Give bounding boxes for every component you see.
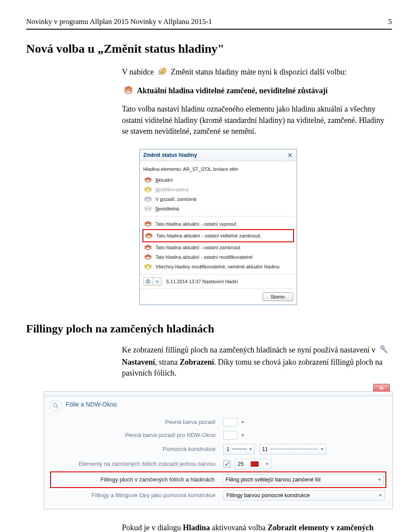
para4-mid: aktivovaná volba (210, 523, 267, 532)
chevron-down-icon[interactable] (153, 278, 162, 285)
layers-stack-icon (144, 254, 152, 261)
layer-icon (144, 186, 152, 193)
layer-icon (144, 176, 152, 183)
dialog-item-label: Tato hladina aktuální - ostatní viditeln… (156, 233, 261, 238)
panel-row-1: Pevná barva pozadí pro NDW-Okno ▾ (50, 429, 386, 442)
line-number-value: 1 (226, 446, 229, 452)
dialog-item-b1-highlight[interactable]: Tato hladina aktuální - ostatní viditeln… (144, 231, 292, 241)
color-swatch[interactable] (223, 418, 237, 427)
dialog-item-modif[interactable]: Modifikovatelná (143, 185, 293, 194)
layers-stack-icon (124, 85, 133, 98)
settings-panel: Fólie a NDW-Okno Pevná barva pozadí ▾ Pe… (44, 391, 393, 509)
para3-pre: Ke zobrazení fillingů ploch na zamčených… (122, 346, 378, 354)
dialog-item-label: Tato hladina aktuální - ostatní zamknout (155, 245, 240, 250)
dialog-item-label: Neviditelná (155, 206, 179, 211)
dialog-item-label: Tato hladina aktuální - ostatní modifiko… (155, 254, 253, 260)
svg-point-25 (381, 347, 383, 348)
filling-aux-select[interactable]: Fillingy barvou pomocné konstrukce▾ (223, 490, 384, 501)
dialog-item-aktualni[interactable]: Aktuální (143, 175, 293, 185)
para3-bold1: Nastavení (122, 358, 155, 366)
close-icon[interactable] (287, 152, 293, 158)
wrench-gear-icon (379, 344, 389, 357)
color-swatch[interactable] (223, 431, 237, 440)
layer-icon (144, 205, 152, 212)
dialog-item-nevid[interactable]: Neviditelná (143, 204, 293, 213)
intro-line-2-bold: Aktuální hladina viditelné zamčené, nevi… (137, 86, 328, 95)
panel-section-title: Fólie a NDW-Okno (66, 401, 117, 408)
dialog-item-b2[interactable]: Tato hladina aktuální - ostatní zamknout (143, 243, 293, 252)
cancel-button[interactable]: Storno (263, 292, 293, 301)
intro-line-1-post: Změnit status hladiny máte nyní k dispoz… (171, 68, 347, 76)
dialog-footer: 5.11.2014 13:37 Nastavení hladin (140, 274, 297, 288)
dialog-item-label: Všechny hladiny modifikovatelné, neměnit… (155, 264, 280, 269)
panel-row-2: Pomocná konstrukce 1▾ 11 ▾ (50, 442, 386, 457)
row-label: Pomocná konstrukce (52, 446, 223, 452)
dropdown-value: Fillingy barvou pomocné konstrukce (226, 492, 310, 498)
dialog-item-label: Modifikovatelná (155, 187, 189, 192)
svg-point-23 (146, 280, 150, 283)
intro-para-2: Tato volba nastaví hladinu označeného el… (122, 104, 392, 137)
panel-search-row: Fólie a NDW-Okno (50, 400, 386, 411)
dialog-title-text: Změnit status hladiny (143, 152, 197, 158)
layers-stack-icon (144, 220, 152, 227)
line-number-select[interactable]: 1▾ (223, 444, 255, 454)
intro-line-1: V nabídce Změnit status hladiny máte nyn… (122, 66, 392, 79)
row-label: Fillingy ploch v zamčených fóliích a hla… (53, 476, 222, 483)
heading-2: Fillingy ploch na zamčených hladinách (26, 322, 392, 335)
line-style-select[interactable]: 11 ▾ (259, 444, 326, 454)
search-icon[interactable] (50, 400, 61, 411)
header-rule (26, 29, 392, 30)
para-4: Pokud je v dialogu Hladina aktivovaná vo… (122, 522, 392, 532)
dialog-item-b3[interactable]: Tato hladina aktuální - ostatní modifiko… (143, 252, 293, 262)
row-label: Fillingy a fillingové čáry jako pomocná … (52, 492, 223, 498)
window-close-icon[interactable] (373, 384, 390, 393)
dialog-timestamp: 5.11.2014 13:37 Nastavení hladin (166, 279, 238, 284)
dialog-element-label: Hladina elementu: AR_ST_IZOL Izolace stě… (143, 166, 293, 172)
para3-mid: , strana (155, 358, 179, 366)
para4-b1: Hladina (183, 523, 210, 532)
panel-row-3: Elementy na zamčených fóliích zobrazit j… (50, 457, 386, 471)
row-label: Elementy na zamčených fóliích zobrazit j… (52, 461, 223, 467)
nav-back-button[interactable] (144, 278, 153, 285)
layers-stack-icon (144, 263, 152, 270)
line-style-value: 11 (262, 446, 268, 452)
para4-pre: Pokud je v dialogu (122, 523, 183, 532)
panel-row-5: Fillingy a fillingové čáry jako pomocná … (50, 488, 386, 503)
dialog-item-label: Tato hladina aktuální - ostatní vypnout (155, 221, 236, 227)
para-3: Ke zobrazení fillingů ploch na zamčených… (122, 344, 392, 379)
intro-line-1-pre: V nabídce (122, 68, 156, 76)
page-number: 5 (388, 17, 392, 26)
change-layer-status-dialog: Změnit status hladiny Hladina elementu: … (139, 149, 297, 305)
svg-point-26 (54, 403, 57, 407)
intro-line-2: Aktuální hladina viditelné zamčené, nevi… (122, 85, 392, 98)
dialog-titlebar: Změnit status hladiny (140, 149, 297, 161)
para3-bold2: Zobrazení (179, 358, 214, 366)
layers-stack-icon (144, 244, 152, 251)
filling-mode-select[interactable]: Filling ploch světlejší barvou zamčené f… (222, 474, 384, 485)
panel-row-0: Pevná barva pozadí ▾ (50, 416, 386, 429)
panel-row-4-highlight: Fillingy ploch v zamčených fóliích a hla… (50, 471, 386, 488)
dialog-item-b0[interactable]: Tato hladina aktuální - ostatní vypnout (143, 219, 293, 229)
dialog-item-label: V pozadí, zamčená (155, 197, 196, 202)
dialog-item-label: Aktuální (155, 177, 173, 183)
nav-pill-group (143, 277, 162, 286)
row-label: Pevná barva pozadí pro NDW-Okno (52, 432, 223, 438)
dropdown-value: Filling ploch světlejší barvou zamčené f… (226, 477, 320, 483)
chevron-down-icon[interactable]: ▾ (242, 420, 244, 424)
layer-icon (144, 196, 152, 203)
color-number-value: 25 (238, 461, 243, 467)
chevron-down-icon[interactable]: ▾ (242, 433, 244, 437)
row-label: Pevná barva pozadí (52, 419, 223, 425)
dialog-item-pozadi[interactable]: V pozadí, zamčená (143, 194, 293, 204)
dialog-item-b4[interactable]: Všechny hladiny modifikovatelné, neměnit… (143, 262, 293, 271)
header-left: Novinky v programu Allplan 2015 Novinky … (26, 17, 212, 26)
svg-line-27 (57, 407, 58, 408)
checkbox[interactable] (223, 461, 230, 468)
heading-1: Nová volba u „Změnit status hladiny" (26, 42, 392, 56)
layers-stack-icon (145, 232, 153, 239)
layers-pencil-icon (158, 66, 167, 79)
color-number-select[interactable]: 25 ▾ (235, 459, 271, 469)
